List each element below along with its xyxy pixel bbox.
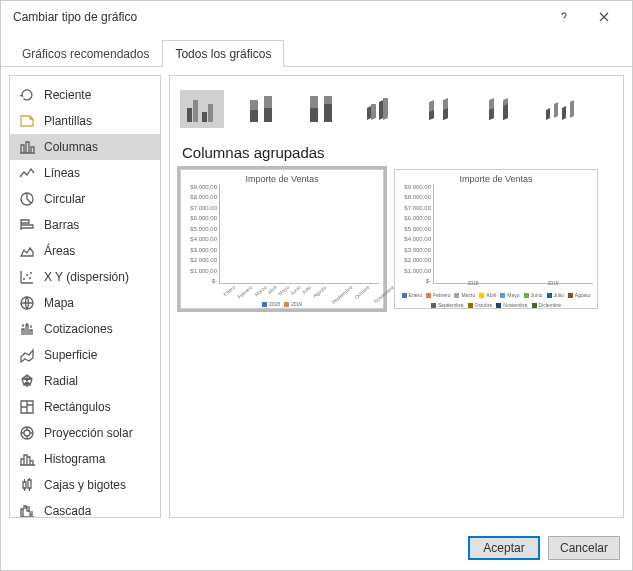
lines-icon xyxy=(18,164,36,182)
sidebar-item-bars[interactable]: Barras xyxy=(10,212,160,238)
svg-rect-15 xyxy=(264,108,272,122)
dialog-body: RecientePlantillasColumnasLíneasCircular… xyxy=(1,67,632,526)
chart-title: Importe de Ventas xyxy=(399,174,593,184)
svg-point-4 xyxy=(30,272,32,274)
boxwhisker-icon xyxy=(18,476,36,494)
chart-legend: 20182019 xyxy=(181,301,383,307)
recent-icon xyxy=(18,86,36,104)
sidebar-item-label: Histograma xyxy=(44,452,105,466)
x-axis-labels: 20182019 xyxy=(433,280,593,290)
sidebar-item-stock[interactable]: Cotizaciones xyxy=(10,316,160,342)
sidebar-item-label: Mapa xyxy=(44,296,74,310)
sidebar-item-label: Circular xyxy=(44,192,85,206)
sidebar-item-columns[interactable]: Columnas xyxy=(10,134,160,160)
x-axis-labels: EneroFebreroMarzoAbrilMayoJunioJulioAgos… xyxy=(219,284,379,294)
chart-legend: EneroFebreroMarzoAbrilMayoJunioJulioAgos… xyxy=(395,292,597,308)
templates-icon xyxy=(18,112,36,130)
sidebar-item-label: Proyección solar xyxy=(44,426,133,440)
sidebar-item-recent[interactable]: Reciente xyxy=(10,82,160,108)
sunburst-icon xyxy=(18,424,36,442)
svg-point-2 xyxy=(26,274,28,276)
chart-subtype-row xyxy=(180,84,613,134)
columns-icon xyxy=(18,138,36,156)
plot-area xyxy=(219,184,379,284)
sidebar-item-treemap[interactable]: Rectángulos xyxy=(10,394,160,420)
sidebar-item-label: Reciente xyxy=(44,88,91,102)
svg-rect-13 xyxy=(250,110,258,122)
sidebar-item-histogram[interactable]: Histograma xyxy=(10,446,160,472)
chart-title: Importe de Ventas xyxy=(185,174,379,184)
tabs: Gráficos recomendados Todos los gráficos xyxy=(1,39,632,67)
subtype-column-3d[interactable] xyxy=(540,90,584,128)
histogram-icon xyxy=(18,450,36,468)
sidebar-item-pie[interactable]: Circular xyxy=(10,186,160,212)
y-axis-labels: $9.000,00$8.000,00$7.000,00$6.000,00$5.0… xyxy=(397,184,431,284)
main-panel: Columnas agrupadas Importe de Ventas$9.0… xyxy=(169,75,624,518)
svg-point-7 xyxy=(24,430,30,436)
tab-all-charts[interactable]: Todos los gráficos xyxy=(162,40,284,67)
sidebar-item-label: Cajas y bigotes xyxy=(44,478,126,492)
window-title: Cambiar tipo de gráfico xyxy=(13,10,544,24)
svg-rect-19 xyxy=(324,104,332,122)
svg-rect-9 xyxy=(193,100,198,122)
sidebar-item-areas[interactable]: Áreas xyxy=(10,238,160,264)
areas-icon xyxy=(18,242,36,260)
tab-recommended[interactable]: Gráficos recomendados xyxy=(9,40,162,67)
subtype-stacked-3d-column[interactable] xyxy=(420,90,464,128)
sidebar-item-label: Superficie xyxy=(44,348,97,362)
sidebar-item-label: Líneas xyxy=(44,166,80,180)
svg-point-1 xyxy=(23,278,25,280)
sidebar-item-boxwhisker[interactable]: Cajas y bigotes xyxy=(10,472,160,498)
sidebar-item-label: Plantillas xyxy=(44,114,92,128)
help-button[interactable] xyxy=(544,3,584,31)
svg-rect-17 xyxy=(310,108,318,122)
sidebar-item-label: Cotizaciones xyxy=(44,322,113,336)
map-icon xyxy=(18,294,36,312)
sidebar-item-label: Cascada xyxy=(44,504,91,518)
sidebar-item-lines[interactable]: Líneas xyxy=(10,160,160,186)
subtype-stacked-100-column[interactable] xyxy=(300,90,344,128)
subtype-clustered-3d-column[interactable] xyxy=(360,90,404,128)
sidebar-item-label: Áreas xyxy=(44,244,75,258)
stock-icon xyxy=(18,320,36,338)
preview-row: Importe de Ventas$9.000,00$8.000,00$7.00… xyxy=(180,169,613,309)
sidebar-item-label: Radial xyxy=(44,374,78,388)
sidebar-item-templates[interactable]: Plantillas xyxy=(10,108,160,134)
subtype-title: Columnas agrupadas xyxy=(182,144,613,161)
sidebar-item-label: Columnas xyxy=(44,140,98,154)
subtype-clustered-column[interactable] xyxy=(180,90,224,128)
y-axis-labels: $9.000,00$8.000,00$7.000,00$6.000,00$5.0… xyxy=(183,184,217,284)
bars-icon xyxy=(18,216,36,234)
sidebar-item-label: X Y (dispersión) xyxy=(44,270,129,284)
cancel-button[interactable]: Cancelar xyxy=(548,536,620,560)
sidebar-item-sunburst[interactable]: Proyección solar xyxy=(10,420,160,446)
subtype-stacked-100-3d-column[interactable] xyxy=(480,90,524,128)
sidebar-item-surface[interactable]: Superficie xyxy=(10,342,160,368)
dialog-footer: Aceptar Cancelar xyxy=(1,526,632,570)
pie-icon xyxy=(18,190,36,208)
svg-rect-10 xyxy=(202,112,207,122)
svg-rect-11 xyxy=(208,104,213,122)
chart-preview-1[interactable]: Importe de Ventas$9.000,00$8.000,00$7.00… xyxy=(180,169,384,309)
svg-point-3 xyxy=(29,277,31,279)
close-button[interactable] xyxy=(584,3,624,31)
sidebar-item-map[interactable]: Mapa xyxy=(10,290,160,316)
chart-preview-2[interactable]: Importe de Ventas$9.000,00$8.000,00$7.00… xyxy=(394,169,598,309)
scatter-icon xyxy=(18,268,36,286)
sidebar-item-label: Rectángulos xyxy=(44,400,111,414)
sidebar-item-waterfall[interactable]: Cascada xyxy=(10,498,160,518)
plot-area xyxy=(433,184,593,284)
treemap-icon xyxy=(18,398,36,416)
titlebar: Cambiar tipo de gráfico xyxy=(1,1,632,33)
surface-icon xyxy=(18,346,36,364)
waterfall-icon xyxy=(18,502,36,518)
ok-button[interactable]: Aceptar xyxy=(468,536,540,560)
sidebar-item-scatter[interactable]: X Y (dispersión) xyxy=(10,264,160,290)
radar-icon xyxy=(18,372,36,390)
sidebar-item-radar[interactable]: Radial xyxy=(10,368,160,394)
subtype-stacked-column[interactable] xyxy=(240,90,284,128)
sidebar-item-label: Barras xyxy=(44,218,79,232)
svg-rect-8 xyxy=(187,108,192,122)
chart-type-sidebar: RecientePlantillasColumnasLíneasCircular… xyxy=(9,75,161,518)
